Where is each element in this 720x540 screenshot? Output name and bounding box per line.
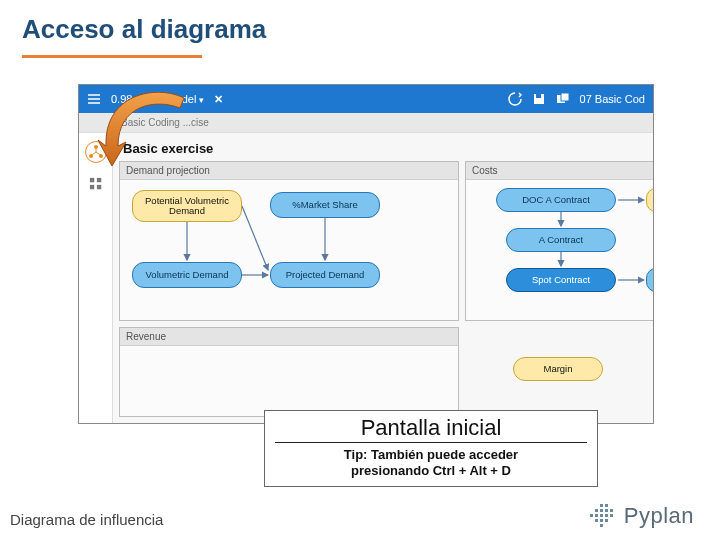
module-title: Basic exercise [121,139,645,162]
brand-logo-icon [588,502,616,530]
side-rail [79,133,113,423]
svg-rect-31 [600,519,603,522]
svg-rect-3 [561,93,569,101]
content-area: Basic exercise Demand projection Potenti… [79,133,653,423]
diagram-view-button[interactable] [85,141,107,163]
save-as-icon[interactable] [556,92,570,106]
breadcrumb[interactable]: Basic Coding ...cise [121,117,209,128]
node-margin[interactable]: Margin [513,357,603,381]
app-toolbar: 0.98 Model ▾ ✕ 07 Basic Cod [79,85,653,113]
model-menu-label: Model [166,93,196,105]
svg-rect-24 [610,509,613,512]
node-a-contract[interactable]: A Contract [506,228,616,252]
grid-view-button[interactable] [85,173,107,195]
brand-text: Pyplan [624,503,694,529]
panel-demand: Demand projection Potential Volumetric D… [119,161,459,321]
save-icon[interactable] [532,92,546,106]
title-underline [22,55,202,58]
panel-costs-header: Costs [466,162,654,180]
svg-line-14 [242,206,268,270]
file-name-label: 07 Basic Cod [580,93,645,105]
caption-tip: Tip: También puede acceder presionando C… [265,445,597,486]
svg-rect-28 [605,514,608,517]
node-extra-top[interactable] [646,188,654,212]
svg-rect-8 [96,178,100,182]
slide-title: Acceso al diagrama [0,0,720,49]
diagram-canvas[interactable]: Basic exercise Demand projection Potenti… [113,133,653,423]
node-volumetric-demand[interactable]: Volumetric Demand [132,262,242,288]
svg-rect-33 [600,524,603,527]
caption-tip-line1: Tip: También puede acceder [344,447,518,462]
node-market-share[interactable]: %Market Share [270,192,380,218]
footer-label: Diagrama de influencia [10,511,163,528]
brand: Pyplan [588,502,694,530]
svg-rect-19 [600,504,603,507]
svg-rect-9 [89,185,93,189]
hamburger-icon[interactable] [87,92,101,106]
caption-title: Pantalla inicial [275,413,587,443]
panel-costs: Costs DOC A Contract A Contract Spot Con… [465,161,654,321]
node-extra-bottom[interactable] [646,268,654,292]
app-screenshot: 0.98 Model ▾ ✕ 07 Basic Cod Basic Codin [78,84,654,424]
caption-box: Pantalla inicial Tip: También puede acce… [264,410,598,487]
home-icon[interactable] [142,92,156,106]
svg-rect-10 [96,185,100,189]
node-potential-volumetric-demand[interactable]: Potential Volumetric Demand [132,190,242,222]
svg-rect-29 [610,514,613,517]
svg-rect-1 [536,94,541,98]
svg-rect-22 [600,509,603,512]
breadcrumb-bar: Basic Coding ...cise [79,113,653,133]
close-tab-button[interactable]: ✕ [214,93,223,106]
svg-rect-25 [590,514,593,517]
demand-arrows [120,162,458,320]
panel-revenue-header: Revenue [120,328,458,346]
node-doc-a-contract[interactable]: DOC A Contract [496,188,616,212]
panel-demand-header: Demand projection [120,162,458,180]
svg-rect-20 [605,504,608,507]
panel-revenue: Revenue [119,327,459,417]
recycle-icon[interactable] [508,92,522,106]
version-label: 0.98 [111,93,132,105]
svg-rect-30 [595,519,598,522]
svg-rect-32 [605,519,608,522]
caption-tip-line2: presionando Ctrl + Alt + D [351,463,511,478]
chevron-down-icon: ▾ [199,95,204,105]
svg-rect-7 [89,178,93,182]
svg-rect-23 [605,509,608,512]
svg-rect-21 [595,509,598,512]
svg-point-4 [94,145,98,149]
node-projected-demand[interactable]: Projected Demand [270,262,380,288]
node-spot-contract[interactable]: Spot Contract [506,268,616,292]
svg-rect-26 [595,514,598,517]
model-menu[interactable]: Model ▾ [166,93,204,105]
svg-rect-27 [600,514,603,517]
